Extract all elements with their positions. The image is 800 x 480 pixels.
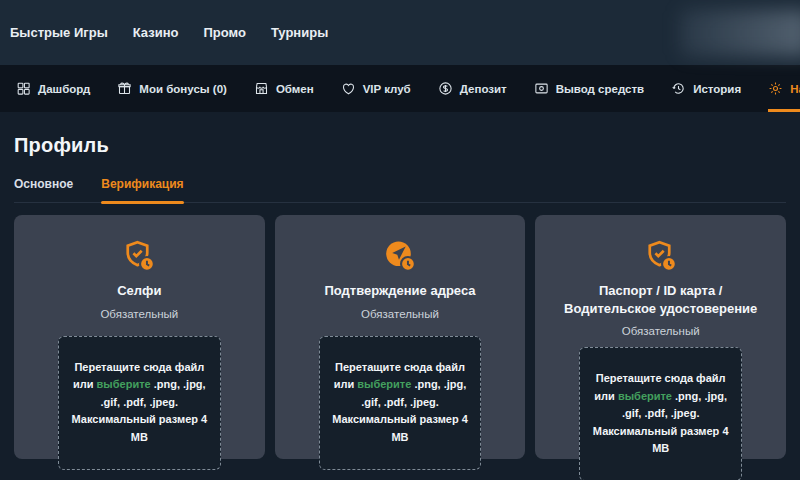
top-navigation-bar: Быстрые Игры Казино Промо Турниры xyxy=(0,0,800,65)
verification-card-passport: Паспорт / ID карта / Водительское удосто… xyxy=(535,215,786,459)
verification-card-selfie: Селфи Обязательный Перетащите сюда файл … xyxy=(14,215,265,459)
subnav-item-bonuses[interactable]: Мои бонусы (0) xyxy=(117,65,227,112)
card-status: Обязательный xyxy=(28,308,251,320)
subnav-label: История xyxy=(693,83,741,95)
subnav-label: VIP клуб xyxy=(363,83,411,95)
choose-file-link[interactable]: выберите xyxy=(618,390,672,402)
card-title: Подтверждение адреса xyxy=(289,282,512,300)
banknote-icon xyxy=(534,81,549,96)
nav-fast-games[interactable]: Быстрые Игры xyxy=(10,25,108,40)
subnav-item-account-settings[interactable]: Настройки аккаунта xyxy=(768,65,800,112)
shield-check-pending-icon xyxy=(28,237,251,275)
subnav-item-dashboard[interactable]: Дашборд xyxy=(16,65,90,112)
verification-card-address: Подтверждение адреса Обязательный Перета… xyxy=(275,215,526,459)
tab-general[interactable]: Основное xyxy=(14,177,73,202)
profile-tabs: Основное Верификация xyxy=(14,177,786,203)
verification-cards: Селфи Обязательный Перетащите сюда файл … xyxy=(14,215,786,459)
card-title: Паспорт / ID карта / Водительское удосто… xyxy=(549,282,772,317)
card-status: Обязательный xyxy=(289,308,512,320)
subnav-label: Дашборд xyxy=(38,83,90,95)
coin-dollar-icon xyxy=(438,81,453,96)
subnav-label: Обмен xyxy=(276,83,314,95)
subnav-label: Настройки аккаунта xyxy=(790,83,800,95)
nav-casino[interactable]: Казино xyxy=(133,25,179,40)
history-clock-icon xyxy=(671,81,686,96)
heart-icon xyxy=(341,81,356,96)
subnav-item-withdraw[interactable]: Вывод средств xyxy=(534,65,644,112)
card-title: Селфи xyxy=(28,282,251,300)
shield-check-pending-icon xyxy=(549,237,772,275)
subnav-item-vip-club[interactable]: VIP клуб xyxy=(341,65,411,112)
subnav-label: Вывод средств xyxy=(556,83,644,95)
gift-icon xyxy=(117,81,132,96)
store-icon xyxy=(254,81,269,96)
subnav-item-exchange[interactable]: Обмен xyxy=(254,65,314,112)
subnav-item-history[interactable]: История xyxy=(671,65,741,112)
choose-file-link[interactable]: выберите xyxy=(97,378,151,390)
dashboard-icon xyxy=(16,81,31,96)
profile-page: Профиль Основное Верификация Селфи Обяза… xyxy=(0,112,800,459)
choose-file-link[interactable]: выберите xyxy=(357,378,411,390)
account-sections-nav: Дашборд Мои бонусы (0) Обмен VIP клуб Де… xyxy=(0,65,800,112)
page-title: Профиль xyxy=(14,134,786,157)
subnav-label: Депозит xyxy=(460,83,507,95)
nav-tournaments[interactable]: Турниры xyxy=(271,25,328,40)
file-dropzone-address[interactable]: Перетащите сюда файл или выберите .png, … xyxy=(319,336,482,470)
tab-verification[interactable]: Верификация xyxy=(101,177,183,202)
gear-icon xyxy=(768,81,783,96)
subnav-label: Мои бонусы (0) xyxy=(139,83,227,95)
file-dropzone-passport[interactable]: Перетащите сюда файл или выберите .png, … xyxy=(579,347,742,480)
card-status: Обязательный xyxy=(549,325,772,337)
dropzone-text: Перетащите сюда файл или выберите .png, … xyxy=(67,359,212,447)
file-dropzone-selfie[interactable]: Перетащите сюда файл или выберите .png, … xyxy=(58,336,221,470)
subnav-item-deposit[interactable]: Депозит xyxy=(438,65,507,112)
address-pending-icon xyxy=(289,237,512,275)
nav-promo[interactable]: Промо xyxy=(203,25,245,40)
blurred-account-info xyxy=(680,10,800,56)
dropzone-text: Перетащите сюда файл или выберите .png, … xyxy=(328,359,473,447)
dropzone-text: Перетащите сюда файл или выберите .png, … xyxy=(588,370,733,458)
